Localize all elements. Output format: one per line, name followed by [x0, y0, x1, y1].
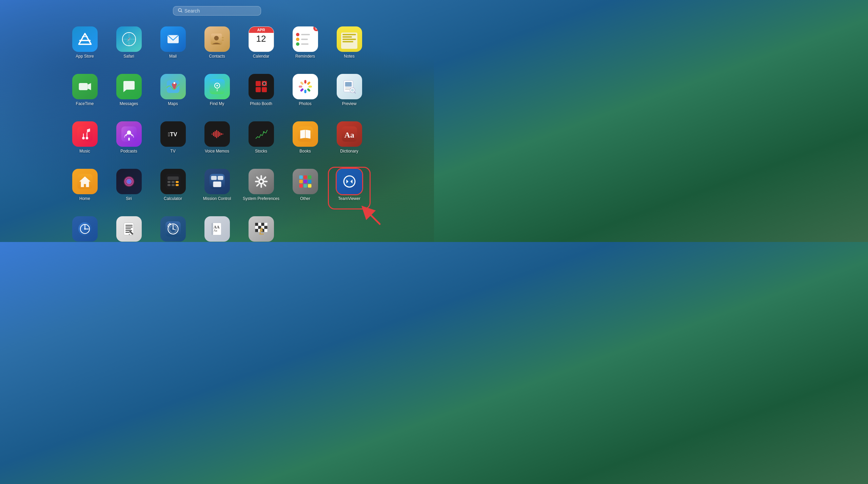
svg-rect-133: [255, 223, 258, 226]
tv-icon: TV: [160, 121, 186, 147]
app-siri[interactable]: Siri: [107, 166, 151, 210]
svg-point-47: [82, 137, 85, 140]
svg-point-105: [344, 177, 354, 187]
svg-rect-51: [128, 138, 130, 141]
calculator-icon: [160, 169, 186, 194]
contacts-label: Contacts: [209, 54, 225, 59]
svg-rect-134: [258, 223, 261, 226]
apps-grid: App Store Safari Mail: [63, 24, 371, 242]
mail-icon: [160, 26, 186, 52]
mail-label: Mail: [169, 54, 177, 59]
app-facetime[interactable]: FaceTime: [63, 71, 107, 115]
svg-rect-102: [308, 184, 312, 188]
safari-label: Safari: [123, 54, 134, 59]
other-icon: [293, 169, 318, 194]
svg-rect-31: [304, 90, 306, 94]
svg-line-91: [264, 184, 265, 186]
svg-rect-96: [308, 176, 312, 179]
svg-rect-99: [308, 180, 312, 183]
app-tv[interactable]: TV TV: [151, 119, 195, 163]
app-findmy[interactable]: Find My: [195, 71, 239, 115]
svg-point-85: [260, 180, 262, 183]
svg-rect-30: [307, 88, 311, 92]
app-dictionary[interactable]: Aa Dictionary: [327, 119, 371, 163]
appstore-icon: [72, 26, 98, 52]
svg-rect-12: [222, 40, 224, 41]
svg-rect-74: [167, 181, 171, 183]
books-icon: [293, 121, 318, 147]
app-teamviewer[interactable]: TeamViewer: [327, 166, 371, 210]
svg-rect-73: [167, 177, 179, 180]
voicememos-label: Voice Memos: [205, 149, 229, 154]
findmy-label: Find My: [210, 101, 224, 106]
svg-rect-34: [300, 81, 304, 85]
svg-marker-6: [126, 37, 131, 42]
app-mail[interactable]: Mail: [151, 24, 195, 68]
svg-point-19: [216, 85, 218, 86]
svg-rect-144: [264, 229, 267, 232]
svg-rect-76: [176, 181, 179, 183]
app-maps[interactable]: Maps: [151, 71, 195, 115]
app-music[interactable]: Music: [63, 119, 107, 163]
quicktime-icon: [72, 216, 98, 242]
svg-rect-119: [125, 232, 130, 233]
svg-rect-28: [307, 81, 311, 85]
svg-line-1: [181, 11, 182, 12]
svg-point-48: [85, 137, 88, 140]
app-photos[interactable]: Photos: [283, 71, 327, 115]
app-appstore[interactable]: App Store: [63, 24, 107, 68]
preview-label: Preview: [342, 101, 357, 106]
svg-point-41: [351, 89, 354, 92]
app-notes[interactable]: Notes: [327, 24, 371, 68]
svg-rect-60: [221, 133, 222, 135]
search-bar[interactable]: Search: [173, 6, 261, 16]
reminders-label: Reminders: [295, 54, 315, 59]
siri-icon: [116, 169, 142, 194]
search-bar-wrapper: Search: [173, 6, 261, 16]
findmy-icon: [204, 74, 230, 99]
app-calendar[interactable]: APR 12 Calendar: [239, 24, 283, 68]
svg-rect-23: [256, 87, 261, 92]
podcasts-icon: [116, 121, 142, 147]
svg-rect-33: [299, 86, 302, 88]
svg-rect-77: [167, 184, 171, 186]
svg-rect-116: [125, 227, 133, 227]
svg-rect-78: [172, 184, 175, 186]
app-timemachine[interactable]: Time Machine: [151, 214, 195, 242]
teamviewer-label: TeamViewer: [338, 196, 360, 201]
app-quicktime[interactable]: QuickTime Player: [63, 214, 107, 242]
app-voicememos[interactable]: Voice Memos: [195, 119, 239, 163]
app-podcasts[interactable]: Podcasts: [107, 119, 151, 163]
app-stocks[interactable]: Stocks: [239, 119, 283, 163]
svg-rect-61: [222, 134, 223, 135]
app-books[interactable]: Books: [283, 119, 327, 163]
app-photobooth[interactable]: Photo Booth: [239, 71, 283, 115]
app-syspref[interactable]: System Preferences: [239, 166, 283, 210]
app-other[interactable]: Other: [283, 166, 327, 210]
svg-rect-37: [345, 82, 352, 87]
svg-rect-75: [172, 181, 175, 183]
app-reminders[interactable]: 9 Reminders: [283, 24, 327, 68]
preview-icon: [337, 74, 362, 99]
podcasts-label: Podcasts: [120, 149, 137, 154]
app-textedit[interactable]: TextEdit: [107, 214, 151, 242]
syspref-icon: [249, 169, 274, 194]
app-safari[interactable]: Safari: [107, 24, 151, 68]
app-messages[interactable]: Messages: [107, 71, 151, 115]
app-missioncontrol[interactable]: Mission Control: [195, 166, 239, 210]
app-fontbook[interactable]: AA Aa Font Book: [195, 214, 239, 242]
app-preview[interactable]: Preview: [327, 71, 371, 115]
app-chess[interactable]: Chess: [239, 214, 283, 242]
svg-text:TV: TV: [168, 131, 177, 137]
app-calculator[interactable]: Calculator: [151, 166, 195, 210]
svg-rect-100: [299, 184, 303, 188]
svg-point-16: [173, 82, 175, 84]
svg-rect-11: [222, 37, 224, 38]
svg-point-26: [263, 83, 265, 84]
maps-label: Maps: [168, 101, 178, 106]
app-contacts[interactable]: Contacts: [195, 24, 239, 68]
launchpad: Search App Store: [0, 0, 434, 242]
app-home[interactable]: Home: [63, 166, 107, 210]
svg-rect-140: [264, 226, 267, 229]
svg-text:Aa: Aa: [214, 229, 217, 232]
